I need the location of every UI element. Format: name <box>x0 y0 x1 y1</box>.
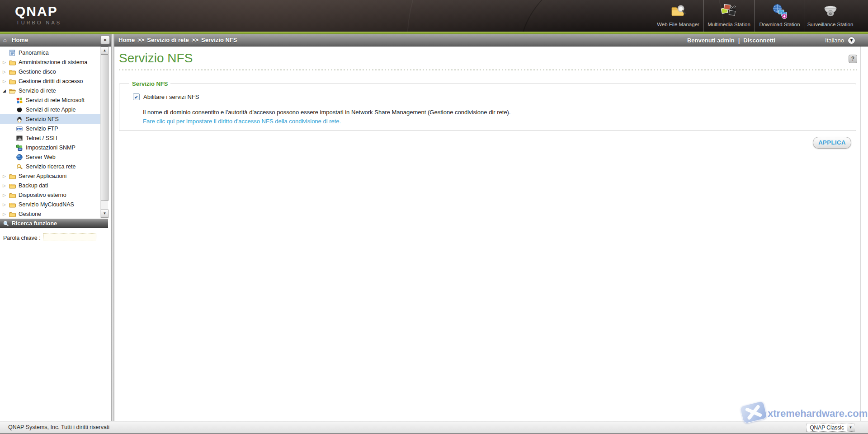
sidebar-item-servizi-di-rete-apple[interactable]: Servizi di rete Apple <box>0 105 100 114</box>
folder-icon <box>9 59 16 66</box>
sidebar-item-servizio-nfs[interactable]: Servizio NFS <box>0 114 100 124</box>
sidebar-item-gestione[interactable]: ▷Gestione <box>0 209 100 218</box>
station-label: Web File Manager <box>657 22 699 27</box>
theme-select[interactable]: QNAP Classic ▼ <box>807 424 854 432</box>
theme-select-arrow-icon: ▼ <box>847 424 854 431</box>
sidebar-item-impostazioni-snmp[interactable]: Impostazioni SNMP <box>0 143 100 152</box>
language-label: Italiano <box>825 37 844 44</box>
sidebar-item-label: Dispositivo esterno <box>19 192 66 198</box>
sidebar-item-servizi-di-rete-microsoft[interactable]: Servizi di rete Microsoft <box>0 95 100 105</box>
sidebar-item-telnet-ssh[interactable]: Telnet / SSH <box>0 133 100 143</box>
sidebar-item-label: Servizi di rete Apple <box>26 107 75 113</box>
scrollbar-thumb[interactable] <box>101 55 108 201</box>
qnap-logo-subtitle: TURBO NAS <box>16 20 61 25</box>
expand-collapsed-icon[interactable]: ▷ <box>3 183 9 188</box>
keyword-label: Parola chiave : <box>3 235 41 241</box>
linux-icon <box>16 116 23 123</box>
nfs-settings-group: Servizio NFS ✔ Abilitare i servizi NFS I… <box>119 80 856 131</box>
sidebar-item-label: Servizio MyCloudNAS <box>19 201 74 208</box>
keyword-input[interactable] <box>43 233 96 241</box>
session-separator: | <box>738 37 740 44</box>
navigation-tree: Panoramica▷Amministrazione di sistema▷Ge… <box>0 47 100 218</box>
breadcrumb-separator: >> <box>137 37 144 43</box>
surveillance-station-icon <box>821 3 840 21</box>
expand-collapsed-icon[interactable]: ▷ <box>3 202 9 207</box>
breadcrumb: Home>>Servizio di rete>>Servizio NFS <box>118 37 237 43</box>
snmp-icon <box>16 144 23 151</box>
station-multimedia-station[interactable]: Multimedia Station <box>703 0 754 32</box>
web-file-manager-icon <box>669 3 687 21</box>
sidebar-item-servizio-di-rete[interactable]: ◢Servizio di rete <box>0 86 100 95</box>
sidebar-header: ⌂ Home « <box>0 34 111 47</box>
welcome-text: Benvenuti admin <box>687 37 735 44</box>
sidebar-splitter[interactable] <box>111 34 114 421</box>
globe-icon <box>16 154 23 161</box>
station-shortcuts: Web File ManagerMultimedia StationDownlo… <box>653 0 855 32</box>
help-button[interactable]: ? <box>849 55 857 63</box>
expand-collapsed-icon[interactable]: ▷ <box>3 193 9 197</box>
expand-collapsed-icon[interactable]: ▷ <box>3 79 9 84</box>
sidebar-item-dispositivo-esterno[interactable]: ▷Dispositivo esterno <box>0 190 100 200</box>
sidebar-item-backup-dati[interactable]: ▷Backup dati <box>0 181 100 190</box>
sidebar-title: Home <box>12 37 28 43</box>
windows-icon <box>16 97 23 104</box>
breadcrumb-item-servizio-di-rete[interactable]: Servizio di rete <box>147 37 189 43</box>
expand-collapsed-icon[interactable]: ▷ <box>3 60 9 65</box>
title-divider <box>119 69 857 70</box>
sidebar-item-servizio-ftp[interactable]: FTPServizio FTP <box>0 124 100 133</box>
folder-icon <box>9 173 16 180</box>
breadcrumb-item-servizio-nfs: Servizio NFS <box>201 37 237 43</box>
sidebar-item-label: Server Applicazioni <box>19 173 66 179</box>
breadcrumb-separator: >> <box>192 37 198 43</box>
nfs-access-link[interactable]: Fare clic qui per impostare il diritto d… <box>143 118 341 125</box>
station-download-station[interactable]: Download Station <box>754 0 805 32</box>
expand-collapsed-icon[interactable]: ▷ <box>3 70 9 74</box>
station-label: Multimedia Station <box>708 22 750 27</box>
scroll-down-icon[interactable]: ▼ <box>101 210 108 218</box>
sidebar-collapse-button[interactable]: « <box>100 36 110 44</box>
station-surveillance-station[interactable]: Surveillance Station <box>805 0 855 32</box>
sidebar-item-label: Gestione <box>19 211 41 217</box>
sidebar-item-server-web[interactable]: Server Web <box>0 152 100 162</box>
apply-button[interactable]: APPLICA <box>813 137 851 149</box>
station-web-file-manager[interactable]: Web File Manager <box>653 0 703 32</box>
function-search-panel: Parola chiave : <box>0 229 108 421</box>
svg-text:FTP: FTP <box>17 127 22 130</box>
sidebar-item-label: Gestione disco <box>19 69 56 75</box>
sidebar-item-label: Gestione diritti di accesso <box>19 78 83 84</box>
expand-collapsed-icon[interactable]: ▷ <box>3 174 9 178</box>
breadcrumb-item-home[interactable]: Home <box>118 37 135 43</box>
logout-link[interactable]: Disconnetti <box>743 37 775 44</box>
sidebar-item-gestione-disco[interactable]: ▷Gestione disco <box>0 67 100 76</box>
enable-nfs-row: ✔ Abilitare i servizi NFS <box>133 93 199 100</box>
group-legend: Servizio NFS <box>129 80 170 87</box>
sidebar-item-label: Servizio ricerca rete <box>26 163 75 170</box>
sidebar-item-label: Server Web <box>26 154 56 160</box>
folder-icon <box>9 201 16 208</box>
language-dropdown-icon[interactable]: ▼ <box>848 37 855 44</box>
sidebar-item-label: Backup dati <box>19 182 48 189</box>
sidebar-item-label: Servizio FTP <box>26 126 58 132</box>
expand-expanded-icon[interactable]: ◢ <box>3 89 9 93</box>
enable-nfs-checkbox[interactable]: ✔ <box>133 93 140 100</box>
multimedia-station-icon <box>720 3 738 21</box>
scroll-up-icon[interactable]: ▲ <box>101 47 108 55</box>
top-header: QNAP TURBO NAS Web File ManagerMultimedi… <box>0 0 868 32</box>
expand-collapsed-icon[interactable]: ▷ <box>3 212 9 216</box>
folder-icon <box>9 210 16 218</box>
ftp-icon: FTP <box>16 125 23 132</box>
net-search-icon <box>16 163 23 170</box>
sidebar-item-label: Servizio di rete <box>19 88 56 94</box>
session-area: Benvenuti admin | Disconnetti Italiano ▼ <box>687 37 855 44</box>
function-search-header: Ricerca funzione <box>0 219 108 228</box>
sidebar-item-server-applicazioni[interactable]: ▷Server Applicazioni <box>0 171 100 181</box>
sidebar-item-gestione-diritti-di-accesso[interactable]: ▷Gestione diritti di accesso <box>0 76 100 86</box>
sidebar-item-label: Amministrazione di sistema <box>19 59 87 65</box>
sidebar-item-amministrazione-di-sistema[interactable]: ▷Amministrazione di sistema <box>0 57 100 67</box>
sidebar-item-servizio-ricerca-rete[interactable]: Servizio ricerca rete <box>0 162 100 171</box>
sidebar-item-panoramica[interactable]: Panoramica <box>0 48 100 57</box>
folder-open-icon <box>9 87 16 94</box>
home-icon: ⌂ <box>3 37 7 43</box>
sidebar-scrollbar[interactable]: ▲ ▼ <box>100 47 108 218</box>
sidebar-item-servizio-mycloudnas[interactable]: ▷Servizio MyCloudNAS <box>0 200 100 209</box>
